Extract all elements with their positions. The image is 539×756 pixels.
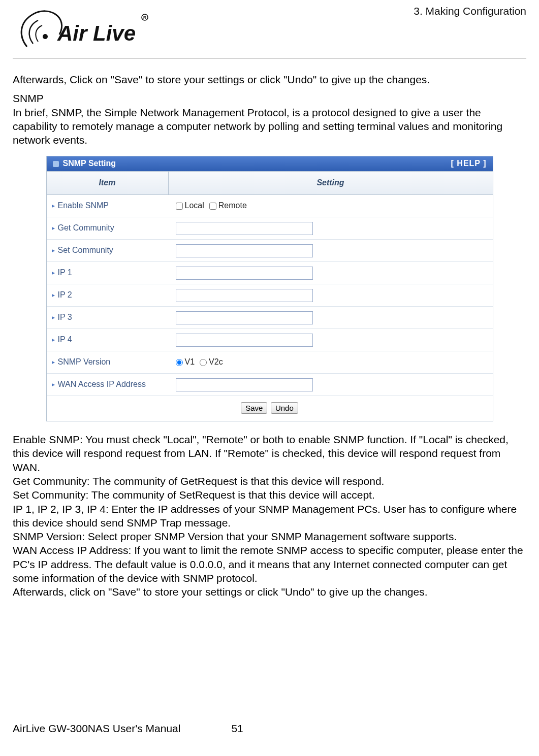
row-label-get: Get Community — [58, 223, 114, 234]
row-label-version: SNMP Version — [58, 357, 111, 368]
row-label-ip1: IP 1 — [58, 268, 72, 278]
row-label-ip4: IP 4 — [58, 335, 72, 345]
svg-text:Air Live: Air Live — [57, 21, 136, 45]
row-ip3: ▸IP 3 — [47, 307, 493, 329]
row-ip4: ▸IP 4 — [47, 329, 493, 351]
desc-version: SNMP Version: Select proper SNMP Version… — [13, 530, 526, 543]
local-checkbox[interactable] — [176, 203, 183, 210]
wan-access-input[interactable] — [176, 378, 313, 391]
help-link[interactable]: [ HELP ] — [451, 158, 487, 169]
svg-text:R: R — [143, 15, 147, 20]
desc-final: Afterwards, click on "Save" to store you… — [13, 585, 526, 599]
row-set-community: ▸Set Community — [47, 240, 493, 262]
chevron-right-icon: ▸ — [52, 358, 55, 367]
desc-enable: Enable SNMP: You must check "Local", "Re… — [13, 433, 526, 474]
set-community-input[interactable] — [176, 244, 313, 257]
chevron-right-icon: ▸ — [52, 314, 55, 322]
footer-page-number: 51 — [231, 722, 243, 735]
panel-bullet-icon — [53, 161, 59, 167]
column-setting-header: Setting — [169, 172, 493, 194]
brand-logo: Air Live R — [9, 7, 151, 56]
save-button[interactable]: Save — [241, 402, 267, 414]
v1-radio[interactable] — [176, 359, 183, 366]
row-get-community: ▸Get Community — [47, 217, 493, 240]
chevron-right-icon: ▸ — [52, 224, 55, 233]
desc-wan: WAN Access IP Address: If you want to li… — [13, 543, 526, 585]
v1-label: V1 — [185, 357, 195, 368]
chevron-right-icon: ▸ — [52, 269, 55, 277]
row-label-enable: Enable SNMP — [58, 201, 109, 211]
local-label: Local — [185, 201, 204, 211]
row-ip2: ▸IP 2 — [47, 284, 493, 307]
get-community-input[interactable] — [176, 222, 313, 235]
snmp-setting-panel: SNMP Setting [ HELP ] Item Setting ▸Enab… — [46, 156, 493, 421]
desc-ips: IP 1, IP 2, IP 3, IP 4: Enter the IP add… — [13, 502, 526, 530]
columns-header: Item Setting — [47, 172, 493, 195]
desc-set: Set Community: The community of SetReque… — [13, 488, 526, 502]
row-ip1: ▸IP 1 — [47, 262, 493, 284]
row-label-ip3: IP 3 — [58, 312, 72, 323]
row-label-set: Set Community — [58, 245, 113, 256]
column-item-header: Item — [47, 172, 169, 194]
chevron-right-icon: ▸ — [52, 202, 55, 210]
ip3-input[interactable] — [176, 311, 313, 324]
chevron-right-icon: ▸ — [52, 336, 55, 344]
chevron-right-icon: ▸ — [52, 291, 55, 300]
section-text: In brief, SNMP, the Simple Network Manag… — [13, 106, 526, 147]
chevron-right-icon: ▸ — [52, 381, 55, 389]
row-label-ip2: IP 2 — [58, 290, 72, 301]
row-snmp-version: ▸SNMP Version V1 V2c — [47, 351, 493, 374]
v2c-radio[interactable] — [200, 359, 207, 366]
svg-point-0 — [43, 34, 48, 39]
row-wan-access: ▸WAN Access IP Address — [47, 374, 493, 396]
undo-button[interactable]: Undo — [271, 402, 298, 414]
page-footer: AirLive GW-300NAS User's Manual 51 — [13, 722, 526, 735]
panel-title: SNMP Setting — [63, 158, 116, 169]
button-row: Save Undo — [47, 396, 493, 421]
ip1-input[interactable] — [176, 267, 313, 280]
row-label-wan: WAN Access IP Address — [58, 379, 146, 390]
desc-get: Get Community: The community of GetReque… — [13, 474, 526, 488]
chapter-label: 3. Making Configuration — [414, 5, 526, 17]
v2c-label: V2c — [209, 357, 223, 368]
ip4-input[interactable] — [176, 334, 313, 347]
intro-paragraph: Afterwards, Click on "Save" to store you… — [13, 73, 526, 86]
panel-header: SNMP Setting [ HELP ] — [47, 156, 493, 172]
page-header: 3. Making Configuration Air Live R — [13, 5, 526, 58]
footer-manual: AirLive GW-300NAS User's Manual — [13, 722, 180, 735]
section-heading: SNMP — [13, 91, 526, 105]
remote-label: Remote — [218, 201, 247, 211]
remote-checkbox[interactable] — [209, 203, 216, 210]
chevron-right-icon: ▸ — [52, 247, 55, 255]
ip2-input[interactable] — [176, 289, 313, 302]
row-enable-snmp: ▸Enable SNMP Local Remote — [47, 195, 493, 217]
